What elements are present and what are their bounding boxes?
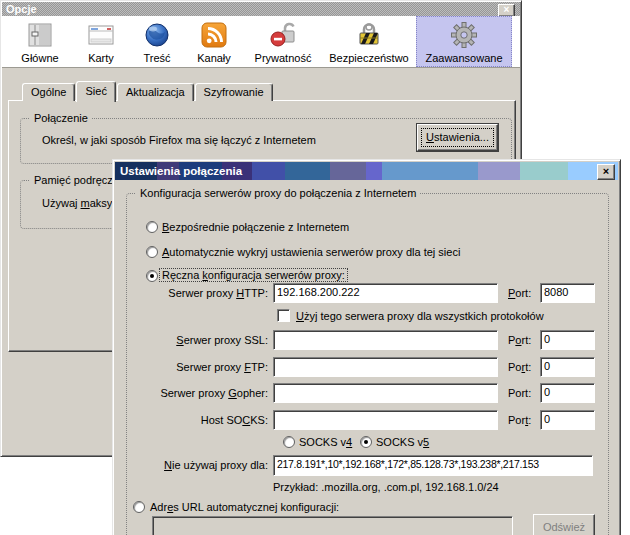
socks-v5-radio[interactable] [360, 436, 372, 448]
toolbar-item-label: Bezpieczeństwo [329, 52, 409, 64]
toolbar-item-bezpieczenstwo[interactable]: Bezpieczeństwo [322, 16, 416, 67]
no-proxy-example: Przykład: .mozilla.org, .com.pl, 192.168… [273, 481, 499, 493]
http-port-label: Port: [508, 287, 531, 299]
dialog-titlebar: Ustawienia połączenia [115, 162, 618, 180]
radio-manual-label[interactable]: Ręczna konfiguracja serwerów proxy: [159, 268, 348, 282]
ssl-port-input[interactable]: 0 [540, 330, 595, 350]
http-proxy-label: Serwer proxy HTTP: [112, 287, 268, 299]
toolbar-item-label: Kanały [197, 52, 231, 64]
ssl-proxy-label: Serwer proxy SSL: [112, 334, 268, 346]
options-titlebar: Opcje × [2, 2, 520, 16]
gopher-proxy-input[interactable] [273, 383, 498, 403]
ssl-proxy-row: Serwer proxy SSL: Port: 0 [112, 330, 607, 352]
toolbar-item-label: Zaawansowane [425, 52, 502, 64]
radio-auto-label[interactable]: Automatycznie wykryj ustawienia serwerów… [162, 246, 460, 258]
gopher-port-input[interactable]: 0 [540, 383, 595, 403]
radio-direct-circle[interactable] [146, 221, 158, 233]
cache-usage-label: Używaj maksy [42, 197, 112, 209]
socks-v5-label[interactable]: SOCKS v5 [376, 436, 429, 448]
ftp-proxy-input[interactable] [273, 357, 498, 377]
close-icon[interactable]: × [597, 164, 615, 180]
toolbar-item-tresc[interactable]: Treść [130, 16, 184, 67]
ftp-proxy-label: Serwer proxy FTP: [112, 361, 268, 373]
tab-ogolne[interactable]: Ogólne [22, 83, 75, 101]
http-proxy-input[interactable]: 192.168.200.222 [273, 283, 498, 303]
socks-port-input[interactable]: 0 [540, 410, 595, 430]
ftp-proxy-row: Serwer proxy FTP: Port: 0 [112, 357, 607, 379]
settings-button[interactable]: Ustawienia... [417, 124, 498, 151]
options-window-title: Opcje [6, 3, 37, 15]
connection-settings-dialog: Ustawienia połączenia × Konfiguracja ser… [112, 159, 621, 535]
auto-url-radio-circle[interactable] [133, 501, 145, 513]
refresh-button: Odśwież [533, 514, 595, 535]
gopher-proxy-row: Serwer proxy Gopher: Port: 0 [112, 383, 607, 405]
auto-url-input [152, 516, 513, 535]
globe-icon [141, 19, 173, 51]
security-lock-icon [353, 19, 385, 51]
gear-icon [448, 19, 480, 51]
radio-direct-label[interactable]: Bezpośrednie połączenie z Internetem [162, 221, 349, 233]
socks-port-label: Port: [508, 414, 531, 426]
toolbar-item-glowne[interactable]: Główne [8, 16, 72, 67]
toolbar-item-label: Główne [21, 52, 58, 64]
cache-group-title: Pamięć podręcz [30, 173, 117, 187]
toolbar-item-label: Treść [143, 52, 170, 64]
socks-host-input[interactable] [273, 410, 498, 430]
socks-host-label: Host SOCKS: [112, 414, 268, 426]
rss-icon [198, 19, 230, 51]
toolbar-item-label: Karty [88, 52, 114, 64]
options-category-toolbar: Główne Karty Treść Kanały [2, 16, 520, 68]
ssl-proxy-input[interactable] [273, 330, 498, 350]
dialog-title: Ustawienia połączenia [120, 165, 242, 177]
tab-siec[interactable]: Sieć [76, 81, 115, 102]
share-proxy-label[interactable]: Użyj tego serwera proxy dla wszystkich p… [296, 310, 544, 322]
options-tabstrip: Ogólne Sieć Aktualizacja Szyfrowanie [22, 81, 274, 101]
socks-host-row: Host SOCKS: Port: 0 [112, 410, 607, 432]
auto-url-label[interactable]: Adres URL automatycznej konfiguracji: [150, 501, 339, 513]
toolbar-item-kanaly[interactable]: Kanały [184, 16, 244, 67]
privacy-lock-icon [267, 19, 299, 51]
gopher-port-label: Port: [508, 387, 531, 399]
gopher-proxy-label: Serwer proxy Gopher: [112, 387, 268, 399]
sliders-icon [24, 19, 56, 51]
tab-aktualizacja[interactable]: Aktualizacja [117, 83, 194, 101]
radio-auto-circle[interactable] [146, 246, 158, 258]
toolbar-item-prywatnosc[interactable]: Prywatność [244, 16, 322, 67]
tabs-icon [85, 19, 117, 51]
no-proxy-row: Nie używaj proxy dla: 217.8.191*,10*,192… [112, 455, 607, 477]
ftp-port-input[interactable]: 0 [540, 357, 595, 377]
ssl-port-label: Port: [508, 334, 531, 346]
connection-group-title: Połączenie [30, 111, 92, 125]
connection-description: Określ, w jaki sposób Firefox ma się łąc… [42, 134, 316, 146]
toolbar-item-label: Prywatność [255, 52, 312, 64]
socks-v4-radio[interactable] [283, 436, 295, 448]
no-proxy-input[interactable]: 217.8.191*,10*,192.168*,172*,85.128.73*,… [273, 455, 593, 476]
tab-szyfrowanie[interactable]: Szyfrowanie [195, 83, 273, 101]
no-proxy-label: Nie używaj proxy dla: [112, 459, 268, 471]
screen: Opcje × Główne Karty Treść [0, 0, 630, 535]
socks-v4-label[interactable]: SOCKS v4 [299, 436, 352, 448]
radio-manual-circle[interactable] [146, 270, 158, 282]
toolbar-item-karty[interactable]: Karty [72, 16, 130, 67]
ftp-port-label: Port: [508, 361, 531, 373]
http-proxy-row: Serwer proxy HTTP: 192.168.200.222 Port:… [112, 283, 607, 305]
toolbar-item-zaawansowane[interactable]: Zaawansowane [416, 16, 512, 67]
share-proxy-checkbox[interactable] [277, 309, 290, 322]
proxy-config-group-title: Konfiguracja serwerów proxy do połączeni… [136, 186, 420, 200]
http-port-input[interactable]: 8080 [540, 283, 595, 303]
